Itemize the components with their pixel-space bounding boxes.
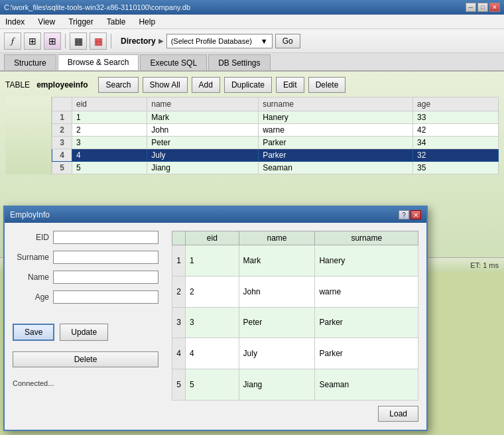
save-button[interactable]: Save [13,324,54,341]
d-row-num: 4 [172,338,186,369]
delete-button[interactable]: Delete [308,77,346,93]
dialog-employee-table: eid name surname 1 1 Mark Hanery 2 2 Joh… [172,231,418,401]
menu-view[interactable]: View [35,16,58,28]
dialog-table-row[interactable]: 3 3 Peter Parker [172,307,418,338]
menu-trigger[interactable]: Trigger [66,16,96,28]
show-all-button[interactable]: Show All [143,77,188,93]
dialog-table-section: eid name surname 1 1 Mark Hanery 2 2 Joh… [172,231,418,422]
menu-index[interactable]: Index [3,16,27,28]
toolbar-btn-4[interactable]: ▦ [70,32,87,50]
name-row: Name [13,271,158,284]
close-button[interactable]: ✕ [489,3,500,12]
dialog-close-button[interactable]: ✕ [410,210,421,219]
surname-input[interactable] [53,251,158,264]
toolbar-btn-2[interactable]: ⊞ [24,32,41,50]
profile-dropdown-text: (Select Profile Database) [171,37,252,45]
table-toolbar: TABLE employeeinfo Search Show All Add D… [5,77,499,93]
table-row[interactable]: 4 4 July Parker 32 [52,149,499,162]
toolbar-btn-5[interactable]: ▦ [90,32,107,50]
title-bar: C:\work_files\sqlite-tools-win32-x86-311… [0,0,504,15]
d-cell-surname: warne [315,276,418,307]
d-row-num: 1 [172,245,186,277]
dialog-title: EmployInfo [10,210,50,219]
cell-name: Jiang [147,162,259,174]
surname-row: Surname [13,251,158,264]
d-cell-surname: Parker [315,307,418,338]
go-button[interactable]: Go [275,34,300,48]
table-name: employeeinfo [36,80,88,90]
duplicate-button[interactable]: Duplicate [224,77,272,93]
col-age: age [413,97,499,111]
d-cell-surname: Parker [315,338,418,369]
row-num: 5 [52,162,72,174]
tab-db-settings[interactable]: DB Settings [208,54,270,70]
menu-table[interactable]: Table [104,16,129,28]
cell-surname: Hanery [259,111,413,124]
dialog-table-row[interactable]: 2 2 John warne [172,276,418,307]
col-rownum [52,97,72,111]
d-cell-name: Jiang [239,369,315,401]
d-cell-surname: Seaman [315,369,418,401]
directory-label: Directory [121,36,156,46]
table-label: TABLE [5,80,30,90]
delete-record-button[interactable]: Delete [13,351,158,367]
connection-status: Connected... [13,379,158,387]
eid-row: EID [13,231,158,244]
row-num: 3 [52,137,72,149]
d-col-rownum [172,231,186,245]
dialog-body: EID Surname Name Age Save Update Delete … [5,223,426,430]
dialog-table-row[interactable]: 1 1 Mark Hanery [172,245,418,277]
d-col-name: name [239,231,315,245]
menu-help[interactable]: Help [136,16,158,28]
table-row[interactable]: 5 5 Jiang Seaman 35 [52,162,499,174]
d-cell-name: July [239,338,315,369]
table-row[interactable]: 2 2 John warne 42 [52,124,499,137]
menu-bar: Index View Trigger Table Help [0,15,504,29]
table-row[interactable]: 1 1 Mark Hanery 33 [52,111,499,124]
cell-age: 35 [413,162,499,174]
table-area: eid name surname age 1 1 Mark Hanery 33 … [5,97,499,174]
table-row[interactable]: 3 3 Peter Parker 34 [52,137,499,149]
cell-eid: 3 [72,137,147,149]
minimize-button[interactable]: ─ [466,3,476,12]
dialog-controls: ? ✕ [399,210,421,219]
toolbar-separator-1 [65,34,66,48]
update-button[interactable]: Update [60,324,108,341]
directory-section: Directory ▶ (Select Profile Database) ▼ … [121,34,300,48]
tab-execute-sql[interactable]: Execute SQL [140,54,207,70]
col-surname: surname [259,97,413,111]
name-label: Name [13,273,49,282]
d-row-num: 2 [172,276,186,307]
cell-eid: 4 [72,149,147,162]
name-input[interactable] [53,271,158,284]
cell-name: Mark [147,111,259,124]
dialog-title-bar: EmployInfo ? ✕ [5,207,426,223]
dialog-table-row[interactable]: 4 4 July Parker [172,338,418,369]
window-title: C:\work_files\sqlite-tools-win32-x86-311… [4,3,190,11]
table-container: eid name surname age 1 1 Mark Hanery 33 … [52,97,499,174]
profile-dropdown[interactable]: (Select Profile Database) ▼ [166,34,273,48]
cell-age: 42 [413,124,499,137]
dialog-help-button[interactable]: ? [399,210,409,219]
tab-structure[interactable]: Structure [4,54,56,70]
eid-input[interactable] [53,231,158,244]
edit-button[interactable]: Edit [276,77,304,93]
dialog-table-row[interactable]: 5 5 Jiang Seaman [172,369,418,401]
tab-bar: Structure Browse & Search Execute SQL DB… [0,53,504,72]
dropdown-chevron-icon: ▼ [261,37,268,45]
load-button[interactable]: Load [378,406,418,422]
add-button[interactable]: Add [192,77,220,93]
row-num: 2 [52,124,72,137]
window-controls: ─ □ ✕ [466,3,500,12]
directory-arrow-icon: ▶ [158,37,164,44]
cell-surname: Parker [259,137,413,149]
col-name: name [147,97,259,111]
col-eid: eid [72,97,147,111]
age-input[interactable] [53,290,158,304]
search-button[interactable]: Search [98,77,138,93]
toolbar-btn-3[interactable]: ⊞ [44,32,61,50]
toolbar-btn-1[interactable]: 𝑓 [4,32,21,50]
maximize-button[interactable]: □ [477,3,488,12]
toolbar-separator-2 [111,34,111,48]
tab-browse-search[interactable]: Browse & Search [58,54,139,70]
